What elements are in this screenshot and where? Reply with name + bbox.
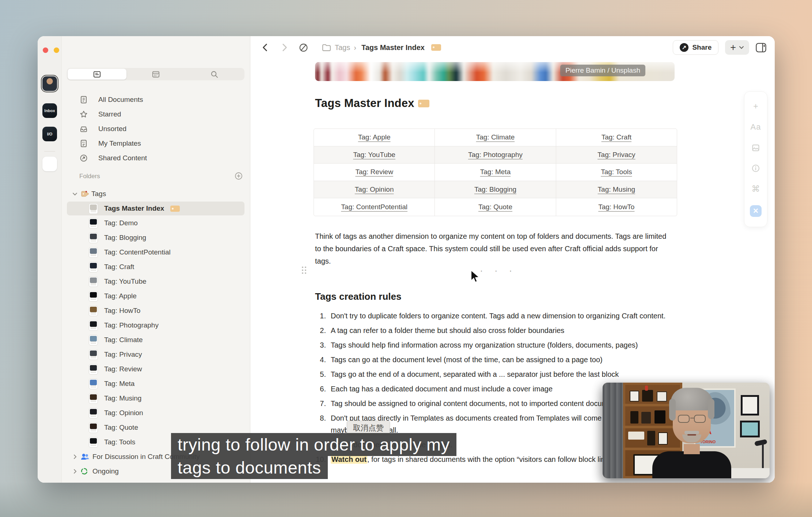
new-document-button[interactable]: + [725, 40, 749, 55]
info-icon[interactable] [751, 164, 760, 173]
breadcrumb-folder[interactable]: Tags [335, 43, 350, 52]
forward-icon[interactable] [280, 43, 289, 52]
sidebar-tag-document[interactable]: Tag: ContentPotential [67, 245, 244, 259]
table-cell[interactable]: Tag: YouTube [314, 146, 435, 164]
chevron-right-icon[interactable] [72, 468, 78, 474]
spaces-grid-button[interactable] [42, 157, 57, 171]
command-icon[interactable]: ⌘ [751, 184, 760, 194]
tag-link[interactable]: Tag: Review [355, 168, 393, 176]
tag-document-label: Tag: Tools [104, 438, 135, 446]
table-cell[interactable]: Tag: HowTo [556, 198, 677, 216]
sidebar-tag-document[interactable]: Tag: Quote [67, 421, 244, 434]
sidebar-tag-document[interactable]: Tag: Craft [67, 260, 244, 274]
sidebar-item-all-documents[interactable]: All Documents [67, 93, 244, 107]
tag-link[interactable]: Tag: YouTube [353, 151, 395, 159]
table-cell[interactable]: Tag: Climate [435, 129, 556, 146]
tab-documents[interactable] [68, 69, 126, 80]
tag-link[interactable]: Tag: Tools [601, 168, 632, 176]
tag-link[interactable]: Tag: Musing [598, 185, 635, 194]
plus-icon: + [730, 43, 736, 53]
table-cell[interactable]: Tag: Privacy [556, 146, 677, 164]
table-cell[interactable]: Tag: Opinion [314, 181, 435, 198]
sidebar-tag-document[interactable]: Tag: Privacy [67, 348, 244, 361]
table-cell[interactable]: Tag: Meta [435, 164, 556, 181]
avatar[interactable] [42, 76, 57, 91]
tag-link[interactable]: Tag: Quote [478, 203, 512, 211]
breadcrumb: Tags › Tags Master Index [322, 43, 441, 52]
sidebar-tag-document[interactable]: Tag: HowTo [67, 304, 244, 318]
focus-slash-icon[interactable] [299, 43, 308, 52]
sidebar-tag-document[interactable]: Tag: Opinion [67, 406, 244, 420]
document-thumbnail [89, 422, 98, 433]
table-cell[interactable]: Tag: Review [314, 164, 435, 181]
tag-link[interactable]: Tag: Privacy [597, 151, 635, 159]
tag-link[interactable]: Tag: Blogging [474, 185, 516, 194]
share-button[interactable]: ↗ Share [673, 40, 718, 55]
rule-text: Don't try to duplicate folders to organi… [331, 312, 665, 320]
image-block-icon[interactable] [751, 143, 760, 153]
breadcrumb-current[interactable]: Tags Master Index [361, 43, 425, 52]
table-cell[interactable]: Tag: Tools [556, 164, 677, 181]
sidebar-tag-document[interactable]: Tag: Climate [67, 333, 244, 347]
tag-link[interactable]: Tag: Photography [468, 151, 523, 159]
sidebar-item-unsorted[interactable]: Unsorted [67, 122, 244, 136]
text-style-icon[interactable]: Aa [751, 122, 760, 132]
folder-readings[interactable]: Readings [67, 479, 244, 483]
sidebar-tag-document[interactable]: Tag: Apple [67, 289, 244, 303]
table-cell[interactable]: Tag: Blogging [435, 181, 556, 198]
space-inbox-button[interactable]: Inbox [42, 103, 57, 118]
folder-tags[interactable]: Tags [67, 187, 244, 201]
sidebar-item-shared-content[interactable]: Shared Content [67, 151, 244, 165]
add-block-icon[interactable]: + [751, 102, 760, 111]
block-drag-handle-icon[interactable] [302, 267, 306, 274]
tag-document-list: Tags Master Index Tag: Demo Tag: Bloggin… [67, 202, 244, 449]
sidebar-tag-document[interactable]: Tags Master Index [67, 202, 244, 215]
rule-text: A tag can refer to a folder theme but sh… [331, 326, 564, 334]
tag-link[interactable]: Tag: ContentPotential [341, 203, 407, 211]
folder-label: Tags [91, 190, 106, 198]
template-icon [79, 139, 88, 148]
sidebar-tag-document[interactable]: Tag: Meta [67, 377, 244, 391]
close-window-button[interactable] [43, 47, 48, 53]
sidebar-item-starred[interactable]: Starred [67, 107, 244, 121]
books-icon [80, 482, 90, 483]
table-cell[interactable]: Tag: Quote [435, 198, 556, 216]
sidebar-tag-document[interactable]: Tag: Musing [67, 391, 244, 405]
add-folder-icon[interactable] [234, 172, 243, 180]
chevron-down-icon[interactable] [72, 191, 78, 197]
cover-image[interactable]: Pierre Bamin / Unsplash [315, 62, 675, 81]
tag-document-label: Tag: Blogging [104, 234, 146, 242]
folder-label: Readings [92, 482, 122, 483]
tag-link[interactable]: Tag: Craft [602, 133, 631, 141]
tag-link[interactable]: Tag: HowTo [598, 203, 634, 211]
sidebar-tag-document[interactable]: Tag: Blogging [67, 231, 244, 245]
tag-link[interactable]: Tag: Climate [476, 133, 515, 141]
table-cell[interactable]: Tag: Apple [314, 129, 435, 146]
tab-search[interactable] [185, 69, 244, 80]
chevron-right-icon[interactable] [72, 454, 78, 460]
sidebar-tag-document[interactable]: Tag: Review [67, 362, 244, 376]
close-tools-icon[interactable]: ✕ [750, 205, 762, 217]
breadcrumb-separator: › [354, 43, 356, 52]
sidebar-tag-document[interactable]: Tag: Photography [67, 318, 244, 332]
table-cell[interactable]: Tag: ContentPotential [314, 198, 435, 216]
table-row: Tag: ReviewTag: MetaTag: Tools [314, 164, 677, 181]
share-arrow-icon: ↗ [680, 43, 688, 52]
tag-link[interactable]: Tag: Meta [480, 168, 511, 176]
person-hair [671, 388, 713, 410]
right-panel-toggle-icon[interactable] [756, 43, 766, 52]
sidebar-item-my-templates[interactable]: My Templates [67, 137, 244, 150]
sidebar-tag-document[interactable]: Tag: Demo [67, 216, 244, 230]
sidebar-tag-document[interactable]: Tag: YouTube [67, 275, 244, 288]
tag-link[interactable]: Tag: Opinion [355, 185, 394, 194]
table-cell[interactable]: Tag: Photography [435, 146, 556, 164]
minimize-window-button[interactable] [54, 47, 59, 53]
tag-link[interactable]: Tag: Apple [358, 133, 391, 141]
document-thumbnail [89, 233, 98, 243]
back-icon[interactable] [261, 43, 270, 52]
table-cell[interactable]: Tag: Craft [556, 129, 677, 146]
tab-calendar[interactable] [126, 69, 185, 80]
space-io-button[interactable]: I/O [42, 127, 57, 141]
table-cell[interactable]: Tag: Musing [556, 181, 677, 198]
chevron-down-icon [739, 46, 744, 49]
